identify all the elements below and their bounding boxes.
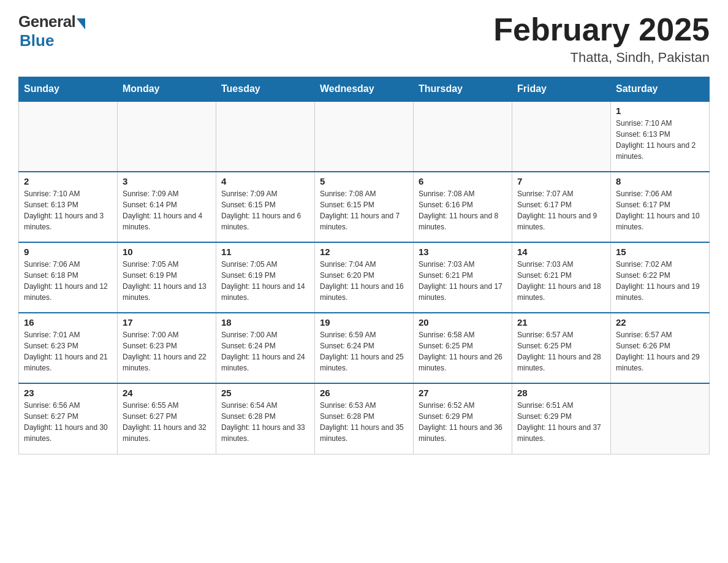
week-row-3: 9Sunrise: 7:06 AMSunset: 6:18 PMDaylight… bbox=[19, 242, 710, 313]
day-info: Sunrise: 7:02 AMSunset: 6:22 PMDaylight:… bbox=[616, 259, 704, 303]
table-cell: 12Sunrise: 7:04 AMSunset: 6:20 PMDayligh… bbox=[315, 242, 414, 313]
table-cell: 3Sunrise: 7:09 AMSunset: 6:14 PMDaylight… bbox=[118, 172, 216, 242]
page-title: February 2025 bbox=[493, 12, 710, 47]
calendar-header-row: Sunday Monday Tuesday Wednesday Thursday… bbox=[19, 77, 710, 102]
day-info: Sunrise: 7:00 AMSunset: 6:24 PMDaylight:… bbox=[221, 329, 309, 373]
table-cell bbox=[512, 101, 611, 172]
day-info: Sunrise: 6:59 AMSunset: 6:24 PMDaylight:… bbox=[320, 329, 408, 373]
table-cell: 10Sunrise: 7:05 AMSunset: 6:19 PMDayligh… bbox=[118, 242, 216, 313]
table-cell: 21Sunrise: 6:57 AMSunset: 6:25 PMDayligh… bbox=[512, 313, 611, 383]
table-cell: 13Sunrise: 7:03 AMSunset: 6:21 PMDayligh… bbox=[414, 242, 512, 313]
title-block: February 2025 Thatta, Sindh, Pakistan bbox=[493, 12, 710, 66]
table-cell: 5Sunrise: 7:08 AMSunset: 6:15 PMDaylight… bbox=[315, 172, 414, 242]
day-info: Sunrise: 7:05 AMSunset: 6:19 PMDaylight:… bbox=[221, 259, 309, 303]
col-friday: Friday bbox=[512, 77, 611, 102]
day-number: 15 bbox=[616, 247, 704, 257]
week-row-1: 1Sunrise: 7:10 AMSunset: 6:13 PMDaylight… bbox=[19, 101, 710, 172]
day-number: 12 bbox=[320, 247, 408, 257]
day-number: 5 bbox=[320, 176, 408, 186]
col-thursday: Thursday bbox=[414, 77, 512, 102]
day-info: Sunrise: 7:06 AMSunset: 6:17 PMDaylight:… bbox=[616, 188, 704, 232]
day-number: 18 bbox=[221, 317, 309, 327]
day-number: 16 bbox=[24, 317, 112, 327]
day-number: 1 bbox=[616, 105, 704, 116]
calendar-table: Sunday Monday Tuesday Wednesday Thursday… bbox=[18, 77, 710, 454]
table-cell bbox=[315, 101, 414, 172]
table-cell: 6Sunrise: 7:08 AMSunset: 6:16 PMDaylight… bbox=[414, 172, 512, 242]
table-cell: 9Sunrise: 7:06 AMSunset: 6:18 PMDaylight… bbox=[19, 242, 118, 313]
table-cell: 23Sunrise: 6:56 AMSunset: 6:27 PMDayligh… bbox=[19, 383, 118, 454]
day-info: Sunrise: 6:57 AMSunset: 6:26 PMDaylight:… bbox=[616, 329, 704, 373]
table-cell: 20Sunrise: 6:58 AMSunset: 6:25 PMDayligh… bbox=[414, 313, 512, 383]
day-info: Sunrise: 6:58 AMSunset: 6:25 PMDaylight:… bbox=[419, 329, 507, 373]
col-tuesday: Tuesday bbox=[216, 77, 315, 102]
table-cell: 11Sunrise: 7:05 AMSunset: 6:19 PMDayligh… bbox=[216, 242, 315, 313]
day-info: Sunrise: 6:51 AMSunset: 6:29 PMDaylight:… bbox=[517, 400, 605, 444]
day-number: 25 bbox=[221, 388, 309, 398]
day-number: 7 bbox=[517, 176, 605, 186]
table-cell: 28Sunrise: 6:51 AMSunset: 6:29 PMDayligh… bbox=[512, 383, 611, 454]
day-number: 13 bbox=[419, 247, 507, 257]
day-info: Sunrise: 7:10 AMSunset: 6:13 PMDaylight:… bbox=[24, 188, 112, 232]
day-number: 19 bbox=[320, 317, 408, 327]
table-cell: 4Sunrise: 7:09 AMSunset: 6:15 PMDaylight… bbox=[216, 172, 315, 242]
table-cell: 27Sunrise: 6:52 AMSunset: 6:29 PMDayligh… bbox=[414, 383, 512, 454]
day-info: Sunrise: 7:09 AMSunset: 6:15 PMDaylight:… bbox=[221, 188, 309, 232]
day-number: 28 bbox=[517, 388, 605, 398]
day-number: 3 bbox=[123, 176, 211, 186]
day-number: 8 bbox=[616, 176, 704, 186]
day-number: 9 bbox=[24, 247, 112, 257]
day-info: Sunrise: 7:00 AMSunset: 6:23 PMDaylight:… bbox=[123, 329, 211, 373]
table-cell: 18Sunrise: 7:00 AMSunset: 6:24 PMDayligh… bbox=[216, 313, 315, 383]
day-number: 17 bbox=[123, 317, 211, 327]
day-info: Sunrise: 7:10 AMSunset: 6:13 PMDaylight:… bbox=[616, 118, 704, 162]
page-subtitle: Thatta, Sindh, Pakistan bbox=[493, 50, 710, 66]
table-cell: 7Sunrise: 7:07 AMSunset: 6:17 PMDaylight… bbox=[512, 172, 611, 242]
day-number: 23 bbox=[24, 388, 112, 398]
col-sunday: Sunday bbox=[19, 77, 118, 102]
col-monday: Monday bbox=[118, 77, 216, 102]
col-wednesday: Wednesday bbox=[315, 77, 414, 102]
day-info: Sunrise: 7:08 AMSunset: 6:16 PMDaylight:… bbox=[419, 188, 507, 232]
week-row-5: 23Sunrise: 6:56 AMSunset: 6:27 PMDayligh… bbox=[19, 383, 710, 454]
table-cell: 16Sunrise: 7:01 AMSunset: 6:23 PMDayligh… bbox=[19, 313, 118, 383]
day-info: Sunrise: 7:05 AMSunset: 6:19 PMDaylight:… bbox=[123, 259, 211, 303]
day-info: Sunrise: 6:56 AMSunset: 6:27 PMDaylight:… bbox=[24, 400, 112, 444]
day-info: Sunrise: 6:55 AMSunset: 6:27 PMDaylight:… bbox=[123, 400, 211, 444]
table-cell: 25Sunrise: 6:54 AMSunset: 6:28 PMDayligh… bbox=[216, 383, 315, 454]
day-number: 21 bbox=[517, 317, 605, 327]
table-cell: 14Sunrise: 7:03 AMSunset: 6:21 PMDayligh… bbox=[512, 242, 611, 313]
day-info: Sunrise: 7:09 AMSunset: 6:14 PMDaylight:… bbox=[123, 188, 211, 232]
table-cell: 2Sunrise: 7:10 AMSunset: 6:13 PMDaylight… bbox=[19, 172, 118, 242]
table-cell: 22Sunrise: 6:57 AMSunset: 6:26 PMDayligh… bbox=[611, 313, 710, 383]
day-info: Sunrise: 7:03 AMSunset: 6:21 PMDaylight:… bbox=[517, 259, 605, 303]
day-info: Sunrise: 7:08 AMSunset: 6:15 PMDaylight:… bbox=[320, 188, 408, 232]
day-number: 10 bbox=[123, 247, 211, 257]
table-cell bbox=[19, 101, 118, 172]
week-row-4: 16Sunrise: 7:01 AMSunset: 6:23 PMDayligh… bbox=[19, 313, 710, 383]
table-cell bbox=[414, 101, 512, 172]
logo: General Blue bbox=[18, 12, 85, 50]
day-info: Sunrise: 7:03 AMSunset: 6:21 PMDaylight:… bbox=[419, 259, 507, 303]
day-info: Sunrise: 7:04 AMSunset: 6:20 PMDaylight:… bbox=[320, 259, 408, 303]
day-number: 22 bbox=[616, 317, 704, 327]
table-cell: 1Sunrise: 7:10 AMSunset: 6:13 PMDaylight… bbox=[611, 101, 710, 172]
day-info: Sunrise: 7:06 AMSunset: 6:18 PMDaylight:… bbox=[24, 259, 112, 303]
day-number: 11 bbox=[221, 247, 309, 257]
day-number: 26 bbox=[320, 388, 408, 398]
page-header: General Blue February 2025 Thatta, Sindh… bbox=[18, 12, 710, 66]
table-cell bbox=[216, 101, 315, 172]
day-number: 6 bbox=[419, 176, 507, 186]
day-info: Sunrise: 6:52 AMSunset: 6:29 PMDaylight:… bbox=[419, 400, 507, 444]
day-number: 27 bbox=[419, 388, 507, 398]
table-cell: 24Sunrise: 6:55 AMSunset: 6:27 PMDayligh… bbox=[118, 383, 216, 454]
day-number: 2 bbox=[24, 176, 112, 186]
table-cell: 17Sunrise: 7:00 AMSunset: 6:23 PMDayligh… bbox=[118, 313, 216, 383]
day-info: Sunrise: 6:53 AMSunset: 6:28 PMDaylight:… bbox=[320, 400, 408, 444]
col-saturday: Saturday bbox=[611, 77, 710, 102]
day-info: Sunrise: 7:07 AMSunset: 6:17 PMDaylight:… bbox=[517, 188, 605, 232]
table-cell: 8Sunrise: 7:06 AMSunset: 6:17 PMDaylight… bbox=[611, 172, 710, 242]
day-number: 24 bbox=[123, 388, 211, 398]
logo-arrow-icon bbox=[77, 18, 85, 29]
table-cell: 15Sunrise: 7:02 AMSunset: 6:22 PMDayligh… bbox=[611, 242, 710, 313]
